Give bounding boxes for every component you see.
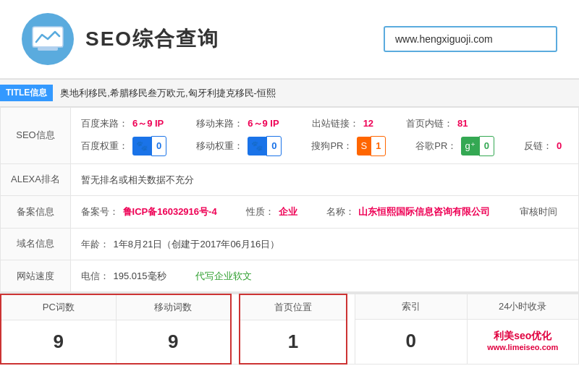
sogou-pr-label: 搜狗PR： [311, 137, 352, 154]
seo-weight-line: 百度权重： 🐾 0 移动权重： 🐾 0 搜狗PR： S [81, 136, 568, 155]
alexa-content: 暂无排名或相关数据不充分 [70, 163, 578, 195]
beian-number-value: 鲁ICP备16032916号-4 [123, 206, 217, 217]
alexa-row: ALEXA排名 暂无排名或相关数据不充分 [1, 163, 579, 195]
seo-info-label: SEO信息 [1, 108, 71, 164]
internal-label: 首页内链： [406, 115, 453, 132]
seo-info-row: SEO信息 百度来路： 6～9 IP 移动来路： 6～9 IP 出站链接： 12… [1, 108, 579, 164]
google-pr-badge: g⁺ 0 [461, 136, 494, 155]
sogou-pr-value: 1 [371, 136, 386, 155]
title-bar: TITLE信息 奥地利移民,希腊移民叁万欧元,匈牙利捷克移民-恒熙 [0, 79, 579, 107]
backlink-value: 0 [557, 137, 562, 154]
domain-age-value: 1年8月21日（创建于2017年06月16日） [114, 239, 280, 250]
domain-label: 域名信息 [1, 228, 71, 260]
mobile-weight-label: 移动权重： [196, 137, 243, 154]
soft-article-link[interactable]: 代写企业软文 [195, 270, 252, 281]
domain-row: 域名信息 年龄： 1年8月21日（创建于2017年06月16日） [1, 228, 579, 260]
sogou-pr-badge: S 1 [357, 136, 386, 155]
internal-value: 81 [457, 115, 468, 132]
watermark-brand: 利美seo优化 [494, 330, 551, 343]
google-pr-label: 谷歌PR： [415, 137, 457, 154]
telecom-label: 电信： [81, 270, 109, 281]
beian-name-label: 名称： [326, 206, 355, 217]
daily-cell: 24小时收录 利美seo优化 www.limeiseo.com [468, 294, 580, 365]
baidu-weight-label: 百度权重： [81, 137, 128, 154]
outbound-label: 出站链接： [312, 115, 359, 132]
watermark: 利美seo优化 www.limeiseo.com [472, 330, 575, 351]
mobile-traffic-value: 6～9 IP [248, 115, 279, 132]
speed-row: 网站速度 电信： 195.015毫秒 代写企业软文 [1, 260, 579, 291]
beian-row: 备案信息 备案号： 鲁ICP备16032916号-4 性质： 企业 名称： 山东… [1, 196, 579, 228]
daily-header: 24小时收录 [468, 294, 579, 320]
pc-words-value: 9 [1, 320, 116, 363]
beian-label: 备案信息 [1, 196, 71, 228]
title-badge: TITLE信息 [0, 85, 53, 101]
stats-container: PC词数 9 移动词数 9 首页位置 1 索引 [0, 293, 579, 365]
domain-content: 年龄： 1年8月21日（创建于2017年06月16日） [70, 228, 578, 260]
homepage-pos-header: 首页位置 [240, 295, 346, 320]
homepage-pos-value: 1 [240, 320, 346, 363]
page-title: SEO综合查询 [85, 25, 219, 53]
daily-value: 利美seo优化 www.limeiseo.com [468, 320, 579, 362]
beian-nature-label: 性质： [246, 206, 274, 217]
beian-nature-value: 企业 [279, 206, 297, 217]
homepage-pos-cell: 首页位置 1 [239, 294, 347, 365]
mobile-weight-value: 0 [266, 136, 282, 155]
svg-rect-2 [38, 47, 58, 51]
speed-content: 电信： 195.015毫秒 代写企业软文 [70, 260, 578, 291]
mobile-weight-badge: 🐾 0 [248, 136, 282, 155]
telecom-value: 195.015毫秒 [114, 270, 166, 281]
pc-words-cell: PC词数 9 [1, 295, 117, 363]
pc-words-header: PC词数 [1, 295, 116, 320]
right-stats: 索引 0 24小时收录 利美seo优化 www.limeiseo.com [355, 294, 579, 365]
outbound-value: 12 [363, 115, 373, 132]
domain-age-label: 年龄： [81, 239, 109, 250]
svg-rect-0 [33, 27, 63, 47]
google-pr-value: 0 [479, 136, 494, 155]
mobile-words-cell: 移动词数 9 [117, 295, 231, 363]
beian-content: 备案号： 鲁ICP备16032916号-4 性质： 企业 名称： 山东恒熙国际信… [70, 196, 578, 228]
bottom-stats: PC词数 9 移动词数 9 首页位置 1 索引 [0, 292, 579, 365]
mobile-traffic-label: 移动来路： [196, 115, 243, 132]
index-cell: 索引 0 [355, 294, 468, 365]
index-header: 索引 [355, 294, 467, 320]
search-input[interactable] [384, 26, 557, 52]
left-stats-box: PC词数 9 移动词数 9 [0, 294, 232, 365]
alexa-label: ALEXA排名 [1, 163, 71, 195]
mobile-words-value: 9 [117, 320, 231, 363]
seo-info-content: 百度来路： 6～9 IP 移动来路： 6～9 IP 出站链接： 12 首页内链：… [70, 108, 578, 164]
speed-label: 网站速度 [1, 260, 71, 291]
baidu-weight-value: 0 [151, 136, 166, 155]
beian-review-label: 审核时间 [520, 206, 557, 217]
seo-traffic-line: 百度来路： 6～9 IP 移动来路： 6～9 IP 出站链接： 12 首页内链：… [81, 115, 568, 132]
mobile-words-header: 移动词数 [117, 295, 231, 320]
beian-name-value: 山东恒熙国际信息咨询有限公司 [358, 206, 490, 217]
index-value: 0 [355, 320, 467, 362]
baidu-traffic-value: 6～9 IP [132, 115, 164, 132]
header: SEO综合查询 [0, 0, 579, 79]
baidu-traffic-label: 百度来路： [81, 115, 128, 132]
backlink-label: 反链： [524, 137, 552, 154]
info-table: SEO信息 百度来路： 6～9 IP 移动来路： 6～9 IP 出站链接： 12… [0, 107, 579, 292]
watermark-url: www.limeiseo.com [487, 343, 558, 351]
logo [22, 13, 74, 65]
beian-number-label: 备案号： [81, 206, 119, 217]
title-content: 奥地利移民,希腊移民叁万欧元,匈牙利捷克移民-恒熙 [60, 87, 276, 100]
baidu-weight-badge: 🐾 0 [132, 136, 166, 155]
